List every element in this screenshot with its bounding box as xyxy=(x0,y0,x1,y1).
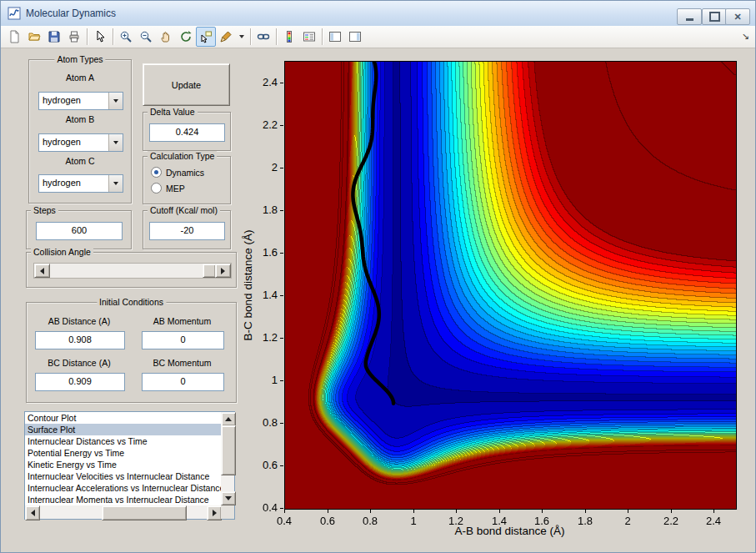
dynamics-radio[interactable]: Dynamics xyxy=(151,167,204,178)
tickmark xyxy=(280,168,283,168)
delta-value-field[interactable]: 0.424 xyxy=(149,123,225,142)
bc-momentum-label: BC Momentum xyxy=(142,358,223,368)
brush-dropdown-button[interactable] xyxy=(236,27,248,47)
dropdown-button[interactable] xyxy=(108,134,123,151)
panel-title: Initial Conditions xyxy=(97,297,166,307)
list-item[interactable]: Internuclear Momenta vs Internuclear Dis… xyxy=(25,494,221,505)
show-plot-tools-button[interactable] xyxy=(345,27,365,47)
dropdown-button[interactable] xyxy=(108,93,123,109)
edit-plot-button[interactable] xyxy=(90,27,110,47)
rotate-3d-button[interactable] xyxy=(176,27,196,47)
pan-button[interactable] xyxy=(156,27,176,47)
zoom-in-icon xyxy=(119,30,133,43)
list-view: Contour Plot Surface Plot Internuclear D… xyxy=(25,412,221,505)
save-figure-button[interactable] xyxy=(44,27,64,47)
tickmark xyxy=(280,253,283,254)
vertical-scrollbar[interactable] xyxy=(221,412,234,505)
tickmark xyxy=(499,510,500,513)
xtick-label: 0.4 xyxy=(270,515,298,527)
ab-distance-label: AB Distance (A) xyxy=(35,316,123,326)
tickmark xyxy=(628,510,628,513)
panel-title: Cutoff (Kcal/ mol) xyxy=(148,205,220,215)
save-floppy-icon xyxy=(48,30,61,43)
tickmark xyxy=(280,125,283,126)
plot-type-listbox: Contour Plot Surface Plot Internuclear D… xyxy=(24,411,235,520)
slider-left-arrow[interactable] xyxy=(34,264,50,278)
atom-a-dropdown[interactable]: hydrogen xyxy=(38,92,123,110)
xtick-label: 0.8 xyxy=(356,515,384,527)
zoom-in-button[interactable] xyxy=(116,27,136,47)
tickmark xyxy=(456,510,457,513)
app-icon xyxy=(8,7,21,20)
list-item[interactable]: Surface Plot xyxy=(25,424,221,435)
toolbar-separator xyxy=(250,28,251,45)
data-cursor-button[interactable] xyxy=(196,27,216,47)
hide-plot-tools-icon xyxy=(328,30,342,43)
insert-colorbar-button[interactable] xyxy=(279,27,299,47)
ab-distance-field[interactable]: 0.908 xyxy=(35,331,125,349)
ytick-label: 1.2 xyxy=(251,331,278,344)
horizontal-scroll-thumb[interactable] xyxy=(102,505,187,520)
tickmark xyxy=(370,510,371,513)
xtick-label: 2.4 xyxy=(699,515,728,527)
print-figure-button[interactable] xyxy=(64,27,84,47)
cutoff-panel: Cutoff (Kcal/ mol) -20 xyxy=(143,210,231,249)
slider-thumb[interactable] xyxy=(203,264,216,278)
list-item[interactable]: Internuclear Accelerations vs Internucle… xyxy=(25,482,221,494)
close-button[interactable]: ✕ xyxy=(725,8,750,25)
brush-button[interactable] xyxy=(216,27,236,47)
list-item[interactable]: Internuclear Distances vs Time xyxy=(25,435,221,447)
horizontal-scrollbar[interactable] xyxy=(25,505,222,519)
bc-momentum-field[interactable]: 0 xyxy=(142,373,224,391)
dock-figure-arrow-icon[interactable]: ↘ xyxy=(742,31,749,42)
hide-plot-tools-button[interactable] xyxy=(325,27,345,47)
insert-legend-button[interactable] xyxy=(299,27,319,47)
zoom-out-button[interactable] xyxy=(136,27,156,47)
mep-radio[interactable]: MEP xyxy=(151,183,185,194)
open-file-button[interactable] xyxy=(24,27,44,47)
slider-right-arrow[interactable] xyxy=(215,264,231,278)
scroll-right-button[interactable] xyxy=(207,505,222,520)
ab-momentum-field[interactable]: 0 xyxy=(142,331,224,349)
list-item[interactable]: Contour Plot xyxy=(25,412,221,424)
link-plots-button[interactable] xyxy=(253,27,273,47)
scroll-up-button[interactable] xyxy=(221,412,236,426)
arrow-right-icon xyxy=(221,268,225,274)
ytick-label: 0.8 xyxy=(251,416,278,429)
atom-b-dropdown[interactable]: hydrogen xyxy=(38,133,123,152)
tickmark xyxy=(328,510,328,513)
scroll-down-button[interactable] xyxy=(221,491,236,505)
cutoff-field[interactable]: -20 xyxy=(149,222,225,240)
xtick-label: 1 xyxy=(399,515,428,527)
dropdown-button[interactable] xyxy=(108,175,123,192)
ytick-label: 1 xyxy=(251,374,278,386)
arrow-down-icon xyxy=(225,496,232,500)
list-item[interactable]: Internuclear Velocities vs Internuclear … xyxy=(25,470,221,482)
bc-distance-label: BC Distance (A) xyxy=(35,358,123,368)
new-figure-button[interactable] xyxy=(4,27,24,47)
maximize-button[interactable] xyxy=(702,8,727,25)
steps-panel: Steps 600 xyxy=(26,210,132,249)
steps-field[interactable]: 600 xyxy=(36,222,123,240)
atom-c-dropdown[interactable]: hydrogen xyxy=(38,174,123,193)
collision-angle-slider[interactable] xyxy=(33,263,232,279)
update-button[interactable]: Update xyxy=(143,63,230,106)
minimize-icon xyxy=(686,18,693,21)
xtick-label: 1.8 xyxy=(571,515,599,527)
atom-b-label: Atom B xyxy=(29,114,131,124)
list-item[interactable]: Potential Energy vs Time xyxy=(25,447,221,459)
vertical-scroll-thumb[interactable] xyxy=(221,425,236,475)
scroll-left-button[interactable] xyxy=(25,505,40,520)
list-item[interactable]: Kinetic Energy vs Time xyxy=(25,459,221,470)
atom-a-value: hydrogen xyxy=(43,93,81,108)
ytick-label: 2.4 xyxy=(251,76,278,88)
tickmark xyxy=(280,465,283,466)
radio-label: MEP xyxy=(166,183,185,194)
bc-distance-field[interactable]: 0.909 xyxy=(35,373,125,391)
tickmark xyxy=(284,510,285,513)
data-cursor-icon xyxy=(199,30,213,43)
zoom-out-icon xyxy=(139,30,153,43)
xtick-label: 1.2 xyxy=(442,515,470,527)
toolbar-separator xyxy=(322,28,323,45)
minimize-button[interactable] xyxy=(677,8,702,25)
